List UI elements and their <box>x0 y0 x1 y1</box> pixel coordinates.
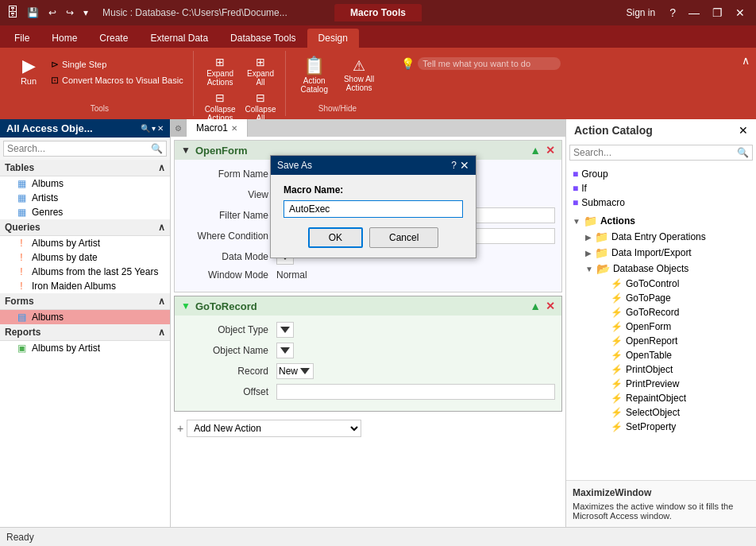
single-step-btn[interactable]: ⊳ Single Step <box>48 57 187 72</box>
db-objects-header[interactable]: ▼ 📂 Database Objects <box>582 261 753 277</box>
openform-collapse-btn[interactable]: ▼ <box>181 145 191 156</box>
dialog-cancel-btn[interactable]: Cancel <box>369 227 438 248</box>
sidebar-search-icon[interactable]: 🔍 <box>141 124 150 133</box>
action-catalog-btn[interactable]: 📋 ActionCatalog <box>294 54 334 97</box>
sidebar-item-albums-form[interactable]: ▤ Albums <box>0 310 170 324</box>
gotorecord-up-btn[interactable]: ▲ <box>530 300 541 312</box>
catalog-leaf-repaintobject[interactable]: ⚡ RepaintObject <box>608 391 753 405</box>
sidebar-item-albums-table[interactable]: ▦ Albums <box>0 176 170 191</box>
record-select[interactable]: New <box>276 363 314 379</box>
sidebar-section-queries[interactable]: Queries ∧ <box>0 219 170 236</box>
sidebar-item-label: Albums by Artist <box>32 238 100 249</box>
catalog-folder-actions-header[interactable]: ▼ 📁 Actions <box>569 213 753 229</box>
catalog-leaf-printobject[interactable]: ⚡ PrintObject <box>608 362 753 377</box>
catalog-leaf-gotocontrol[interactable]: ⚡ GoToControl <box>608 277 753 291</box>
lightbulb-icon: 💡 <box>401 57 415 70</box>
catalog-leaf-opentable[interactable]: ⚡ OpenTable <box>608 348 753 362</box>
sidebar-item-albums-by-date[interactable]: ! Albums by date <box>0 250 170 265</box>
catalog-leaf-openform[interactable]: ⚡ OpenForm <box>608 319 753 334</box>
macro1-close[interactable]: ✕ <box>231 124 237 133</box>
convert-macros-btn[interactable]: ⊡ Convert Macros to Visual Basic <box>48 73 187 87</box>
catalog-search-input[interactable] <box>570 145 734 160</box>
action-catalog-close-btn[interactable]: ✕ <box>739 124 748 137</box>
expand-actions-btn[interactable]: ⊞ ExpandActions <box>202 54 239 88</box>
tools-group-label: Tools <box>91 104 109 116</box>
macro-name-input[interactable] <box>284 200 463 218</box>
sidebar-section-tables[interactable]: Tables ∧ <box>0 160 170 176</box>
customize-btn[interactable]: ▾ <box>80 6 91 20</box>
add-action-plus-btn[interactable]: + <box>177 422 183 435</box>
data-import-expand-icon: ▶ <box>585 249 592 258</box>
close-btn[interactable]: ✕ <box>731 5 750 21</box>
sidebar-header: All Access Obje... 🔍 ▾ ✕ <box>0 119 170 137</box>
sidebar-options-btn[interactable]: ▾ <box>152 124 156 133</box>
tab-database-tools[interactable]: Database Tools <box>219 29 307 48</box>
offset-input[interactable] <box>276 384 555 400</box>
query-icon: ! <box>16 281 27 292</box>
tab-file[interactable]: File <box>3 29 40 48</box>
tab-macro1[interactable]: Macro1 ✕ <box>187 119 248 137</box>
catalog-item-group[interactable]: ■ Group <box>569 167 753 181</box>
sidebar-item-albums-last-25[interactable]: ! Albums from the last 25 Years <box>0 265 170 279</box>
save-btn[interactable]: 💾 <box>24 6 42 20</box>
signin-link[interactable]: Sign in <box>627 7 656 18</box>
minimize-btn[interactable]: — <box>684 5 704 21</box>
tab-home[interactable]: Home <box>40 29 88 48</box>
catalog-leaf-gotorecord[interactable]: ⚡ GoToRecord <box>608 305 753 319</box>
catalog-leaf-setproperty[interactable]: ⚡ SetProperty <box>608 420 753 434</box>
gotorecord-header[interactable]: ▼ GoToRecord ▲ ✕ <box>175 296 561 316</box>
ribbon-expand-btn[interactable]: ∧ <box>742 54 750 67</box>
gotorecord-delete-btn[interactable]: ✕ <box>546 300 555 312</box>
sidebar-item-artists[interactable]: ▦ Artists <box>0 191 170 205</box>
ribbon-group-collapse-expand: ⊞ ExpandActions ⊟ CollapseActions ⊞ Expa… <box>195 51 287 116</box>
tab-external-data[interactable]: External Data <box>139 29 219 48</box>
queries-label: Queries <box>5 222 40 233</box>
sidebar-item-label: Albums from the last 25 Years <box>32 266 158 277</box>
show-all-actions-btn[interactable]: ⚠ Show AllActions <box>338 54 380 95</box>
sidebar-item-genres[interactable]: ▦ Genres <box>0 205 170 219</box>
tab-create[interactable]: Create <box>88 29 139 48</box>
catalog-leaf-selectobject[interactable]: ⚡ SelectObject <box>608 405 753 420</box>
tab-design[interactable]: Design <box>307 29 359 48</box>
maximize-btn[interactable]: ❐ <box>708 5 727 21</box>
catalog-search-icon[interactable]: 🔍 <box>734 145 752 160</box>
undo-btn[interactable]: ↩ <box>45 6 60 20</box>
object-type-select[interactable] <box>276 322 294 338</box>
redo-btn[interactable]: ↪ <box>63 6 77 20</box>
run-button[interactable]: ▶ Run <box>13 54 44 89</box>
dialog-help-btn[interactable]: ? <box>451 160 457 171</box>
sidebar-close-btn[interactable]: ✕ <box>157 124 164 133</box>
sidebar-section-reports[interactable]: Reports ∧ <box>0 324 170 341</box>
sidebar-section-forms[interactable]: Forms ∧ <box>0 293 170 310</box>
forms-label: Forms <box>5 296 34 307</box>
data-entry-header[interactable]: ▶ 📁 Data Entry Operations <box>582 229 753 245</box>
catalog-leaf-printpreview[interactable]: ⚡ PrintPreview <box>608 377 753 391</box>
sidebar-item-iron-maiden[interactable]: ! Iron Maiden Albums <box>0 279 170 293</box>
table-icon: ▦ <box>16 178 27 189</box>
tell-me-input[interactable] <box>418 57 561 70</box>
sidebar-item-albums-by-artist-report[interactable]: ▣ Albums by Artist <box>0 341 170 355</box>
openform-delete-btn[interactable]: ✕ <box>546 144 555 157</box>
expand-all-btn[interactable]: ⊞ ExpandAll <box>242 54 280 88</box>
sidebar-search-btn[interactable]: 🔍 <box>148 141 166 156</box>
catalog-leaf-openreport[interactable]: ⚡ OpenReport <box>608 334 753 348</box>
dialog-title: Save As <box>277 160 312 171</box>
catalog-item-if[interactable]: ■ If <box>569 181 753 196</box>
dialog-titlebar: Save As ? ✕ <box>271 156 476 175</box>
leaf-icon: ⚡ <box>611 421 623 432</box>
leaf-label: PrintPreview <box>626 378 679 389</box>
dialog-ok-btn[interactable]: OK <box>308 227 363 248</box>
dialog-close-btn[interactable]: ✕ <box>460 159 469 172</box>
sidebar-search-input[interactable] <box>4 141 148 156</box>
status-text: Ready <box>6 532 34 543</box>
sidebar-item-albums-by-artist[interactable]: ! Albums by Artist <box>0 236 170 250</box>
add-action-select[interactable]: Add New Action <box>187 420 361 437</box>
catalog-item-submacro[interactable]: ■ Submacro <box>569 196 753 210</box>
offset-label: Offset <box>181 386 276 397</box>
minus-icon: ▼ <box>181 300 191 312</box>
data-import-header[interactable]: ▶ 📁 Data Import/Export <box>582 245 753 261</box>
catalog-leaf-gotopage[interactable]: ⚡ GoToPage <box>608 291 753 305</box>
object-name-select[interactable] <box>276 343 294 358</box>
help-btn[interactable]: ? <box>665 5 681 21</box>
openform-up-btn[interactable]: ▲ <box>530 144 541 157</box>
